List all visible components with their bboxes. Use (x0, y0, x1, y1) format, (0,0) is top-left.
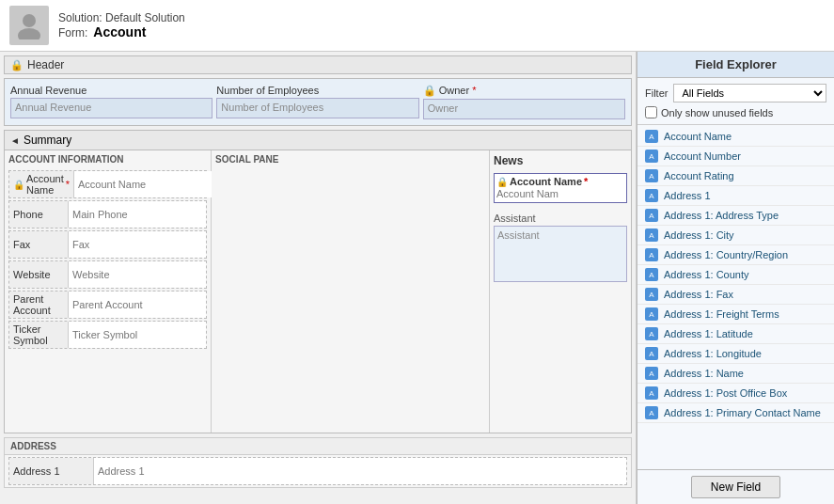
field-list-item[interactable]: AAddress 1: Primary Contact Name (637, 403, 834, 423)
annual-revenue-label: Annual Revenue (10, 85, 212, 96)
header-section-title: 🔒 Header (10, 58, 625, 71)
field-item-label: Address 1: Name (664, 368, 744, 379)
filter-label: Filter (645, 87, 668, 99)
field-list-item[interactable]: AAddress 1: Freight Terms (637, 305, 834, 324)
field-type-icon: A (645, 228, 658, 242)
field-item-label: Address 1: Longitude (664, 348, 762, 359)
field-type-icon: A (645, 406, 658, 419)
field-list-item[interactable]: AAddress 1: Country/Region (637, 245, 834, 265)
field-list: AAccount NameAAccount NumberAAccount Rat… (637, 125, 834, 469)
ticker-row: Ticker Symbol (8, 321, 207, 349)
annual-revenue-field: Annual Revenue Annual Revenue (10, 85, 212, 119)
account-name-row: 🔒 Account Name * (8, 170, 207, 198)
svg-point-0 (23, 14, 36, 27)
field-item-label: Address 1 (664, 190, 711, 201)
unused-fields-row: Only show unused fields (645, 106, 826, 118)
svg-point-1 (18, 28, 40, 39)
field-list-item[interactable]: AAddress 1: County (637, 265, 834, 285)
field-type-icon: A (645, 169, 658, 182)
news-account-name-input[interactable] (496, 188, 624, 199)
collapse-icon: ◄ (10, 135, 20, 146)
parent-account-row: Parent Account (8, 291, 207, 319)
summary-title-text: Summary (24, 134, 71, 147)
website-input[interactable] (69, 261, 206, 288)
summary-section: ◄ Summary ACCOUNT INFORMATION 🔒 Account … (4, 130, 632, 433)
social-pane-title: SOCIAL PANE (215, 154, 485, 166)
owner-input[interactable]: Owner (423, 99, 625, 119)
field-type-icon: A (645, 130, 658, 143)
content-area: 🔒 Header Annual Revenue Annual Revenue N… (0, 52, 637, 504)
news-title: News (494, 154, 627, 167)
field-item-label: Address 1: Post Office Box (664, 387, 787, 399)
phone-input[interactable] (69, 201, 206, 228)
field-list-item[interactable]: AAddress 1: Longitude (637, 344, 834, 364)
field-type-icon: A (645, 307, 658, 321)
header-title-text: Header (27, 58, 64, 71)
field-item-label: Address 1: Latitude (664, 328, 753, 339)
ticker-label: Ticker Symbol (9, 322, 69, 348)
field-type-icon: A (645, 386, 658, 400)
top-header: Solution: Default Solution Form: Account (0, 0, 834, 52)
field-item-label: Address 1: City (664, 229, 734, 241)
owner-label: 🔒 Owner * (423, 85, 625, 97)
field-item-label: Account Rating (664, 170, 734, 181)
ticker-input[interactable] (69, 322, 206, 348)
field-item-label: Account Number (664, 150, 741, 162)
field-list-item[interactable]: AAddress 1: Name (637, 364, 834, 384)
avatar (9, 6, 49, 45)
new-field-button[interactable]: New Field (691, 476, 780, 498)
parent-account-input[interactable] (69, 291, 206, 318)
summary-title: ◄ Summary (5, 131, 631, 150)
field-item-label: Address 1: Country/Region (664, 249, 788, 260)
field-item-label: Address 1: Freight Terms (664, 308, 779, 320)
address-section: ADDRESS Address 1 (4, 437, 632, 488)
fax-label: Fax (9, 231, 69, 258)
field-type-icon: A (645, 150, 658, 163)
assistant-placeholder: Assistant (497, 229, 540, 241)
news-account-name-box: 🔒 Account Name * (494, 173, 627, 203)
field-item-label: Account Name (664, 131, 732, 142)
form-name: Account (93, 24, 146, 39)
field-list-item[interactable]: AAddress 1: Post Office Box (637, 384, 834, 403)
address1-input[interactable] (94, 458, 626, 484)
fax-input[interactable] (69, 231, 206, 258)
field-explorer-footer: New Field (637, 469, 834, 504)
field-list-item[interactable]: AAddress 1: Address Type (637, 206, 834, 226)
account-name-input[interactable] (74, 171, 212, 197)
social-pane: SOCIAL PANE (212, 150, 490, 433)
lock-icon: 🔒 (10, 59, 24, 71)
assistant-section: Assistant Assistant (494, 213, 627, 282)
account-name-label: 🔒 Account Name * (9, 171, 74, 197)
solution-label: Solution: Default Solution (58, 11, 185, 24)
unused-fields-label: Only show unused fields (661, 107, 773, 118)
field-type-icon: A (645, 347, 658, 360)
field-list-item[interactable]: AAccount Number (637, 147, 834, 166)
field-list-item[interactable]: AAddress 1: Fax (637, 285, 834, 305)
header-section: 🔒 Header (4, 55, 632, 74)
field-type-icon: A (645, 189, 658, 202)
field-list-item[interactable]: AAddress 1 (637, 186, 834, 206)
assistant-box: Assistant (494, 226, 627, 282)
field-item-label: Address 1: County (664, 269, 749, 280)
form-label: Form: (58, 26, 87, 39)
phone-row: Phone (8, 200, 207, 228)
main-layout: 🔒 Header Annual Revenue Annual Revenue N… (0, 52, 834, 504)
filter-row: Filter All Fields (645, 84, 826, 102)
field-list-item[interactable]: AAccount Rating (637, 166, 834, 186)
lock-icon-acct: 🔒 (13, 180, 24, 190)
assistant-label: Assistant (494, 213, 627, 224)
field-list-item[interactable]: AAccount Name (637, 127, 834, 147)
employees-input[interactable]: Number of Employees (216, 98, 418, 118)
field-type-icon: A (645, 288, 658, 301)
annual-revenue-input[interactable]: Annual Revenue (10, 98, 212, 118)
fax-row: Fax (8, 230, 207, 259)
field-list-item[interactable]: AAddress 1: Latitude (637, 324, 834, 344)
filter-select[interactable]: All Fields (673, 84, 826, 102)
account-info-pane: ACCOUNT INFORMATION 🔒 Account Name * Pho… (5, 150, 212, 433)
field-explorer-filter: Filter All Fields Only show unused field… (637, 78, 834, 125)
website-label: Website (9, 261, 69, 288)
phone-label: Phone (9, 201, 69, 228)
summary-grid: ACCOUNT INFORMATION 🔒 Account Name * Pho… (5, 150, 631, 433)
field-list-item[interactable]: AAddress 1: City (637, 226, 834, 245)
unused-fields-checkbox[interactable] (645, 106, 657, 118)
